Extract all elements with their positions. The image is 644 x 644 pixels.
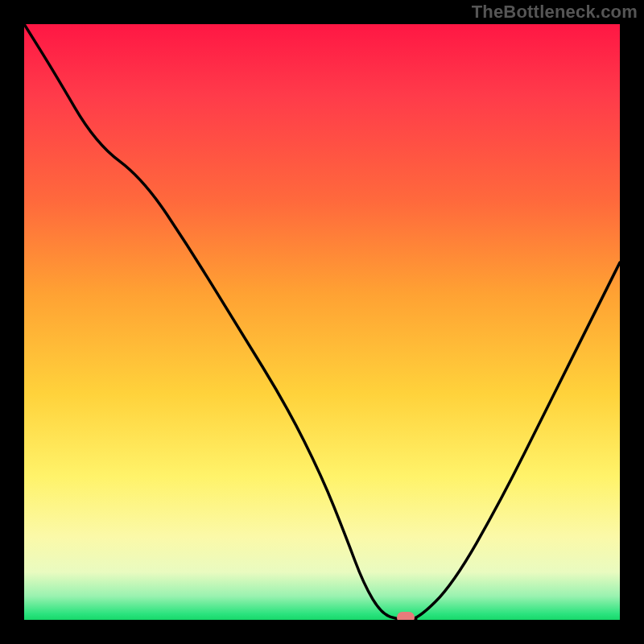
plot-area bbox=[24, 24, 620, 620]
bottleneck-curve bbox=[24, 24, 620, 620]
chart-frame: TheBottleneck.com bbox=[0, 0, 644, 644]
watermark-text: TheBottleneck.com bbox=[472, 2, 638, 23]
optimal-marker bbox=[397, 612, 415, 620]
curve-path bbox=[24, 24, 620, 620]
